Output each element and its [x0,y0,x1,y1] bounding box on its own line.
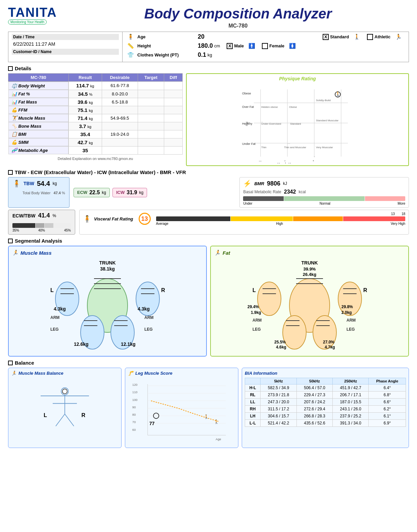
bmr-bar-more [365,196,405,201]
svg-text:○: ○ [284,159,286,162]
muscle-diagram: TRUNK 38.1kg L R [12,258,203,353]
bia-cell-50khz: 229.4 / 27.3 [296,392,332,399]
athletic-checkbox[interactable] [367,34,373,40]
athletic-option[interactable]: Athletic [367,34,390,40]
ecwtbw-label: ECW/TBW [12,213,35,218]
tbw-box-label: TBW [24,181,34,186]
row-diff [164,106,183,114]
ecwtbw-seg3 [45,223,53,228]
visceral-label: Visceral Fat Rating [94,216,133,221]
details-header: Details [8,66,409,71]
info-left: Date / Time 6/22/2021 11:27 AM Customer-… [8,32,123,62]
bia-cell-phase: 6.8° [369,392,406,399]
segmental-checkbox [8,239,13,243]
table-row: 📋 BMI 35.4 19.0-24.0 [8,130,183,138]
ecwtbw-value: 41.4 [38,212,50,219]
ecwtbw-label-45: 45% [64,229,71,232]
row-icon: 🦴 [11,123,17,129]
male-option[interactable]: X Male [227,43,244,49]
title-area: Body Composition Analyzer MC-780 [57,6,409,29]
row-label: 🏋️ Muscle Mass [8,114,68,122]
table-row: 📊 Fat Mass 39.6 kg 6.5-18.8 [8,98,183,106]
bia-col-50khz: 50kHz [296,378,332,384]
standard-checkbox[interactable]: X [323,34,329,40]
tbw-box: 🧍 TBW 54.4 kg Total Body Water 47.4 % [8,177,70,208]
height-row: 📏 Height 180.0 cm X Male 🚹 Female 🚺 [126,42,405,49]
row-result: 3.7 kg [68,122,102,130]
bia-cell-phase: 6.4° [369,384,406,392]
row-label: 📊 Fat % [8,90,68,98]
muscle-balance-title-text: Muscle Mass Balance [18,371,63,376]
table-row: 📊 Fat % 34.5 % 8.0-20.0 [8,90,183,98]
table-row: 💪 FFM 75.1 kg [8,106,183,114]
svg-text:110: 110 [132,391,137,394]
row-icon: 📊 [11,99,17,105]
ecwtbw-bar: 35% 40% 45% [12,223,71,232]
svg-text:Muscle Mass: Muscle Mass [277,162,296,163]
svg-text:12.6kg: 12.6kg [74,341,89,347]
row-diff [164,82,183,90]
svg-text:Under Exercised: Under Exercised [261,122,281,125]
svg-text:Obese: Obese [242,92,251,95]
row-desirable [102,106,138,114]
female-checkbox[interactable] [262,43,268,49]
gender-group: X Male 🚹 Female 🚺 [227,43,299,49]
bia-cell-250khz: 187.0 / 15.5 [333,399,369,406]
male-checkbox[interactable]: X [227,43,233,49]
row-label-text: Body Weight [18,83,45,88]
athletic-person-icon: 🏃 [394,34,403,40]
athletic-label: Athletic [374,34,390,39]
leg-score-chart: 120 110 100 90 80 70 60 Age [128,378,235,445]
visceral-bar-labels: Average High Very High [156,222,405,226]
fat-diagram: TRUNK 39.9% 26.4kg L R [214,258,405,353]
bia-row: L-L 521.4 / 42.2 435.6 / 52.6 391.3 / 34… [245,420,406,427]
bia-row: H-L 582.5 / 34.9 506.4 / 57.0 451.9 / 42… [245,384,406,392]
visceral-marker-18: 18 [402,212,405,216]
ecw-icw-group: ECW 22.5 kg ICW 31.9 kg [74,177,236,208]
svg-text:39.9%: 39.9% [304,267,316,272]
clothes-icon: 👕 [126,52,135,58]
svg-text:2.0kg: 2.0kg [341,310,352,315]
col-mc780: MC-780 [8,74,69,82]
muscle-balance-icon: 🏃 [11,371,16,376]
row-target [138,90,164,98]
detail-url: Detailed Explanation on www.mc780.gmon.e… [8,157,183,161]
standard-label: Standard [330,34,349,39]
age-label: Age [137,34,198,39]
svg-text:LEG: LEG [144,327,153,332]
row-result: 75.1 kg [68,106,102,114]
female-icon: 🚺 [288,43,297,49]
bia-title-text: BIA Information [245,371,277,376]
main-title: Body Composition Analyzer [67,6,409,22]
row-diff [164,138,183,146]
female-option[interactable]: Female [262,43,284,49]
svg-text:Thin and Muscular: Thin and Muscular [284,146,306,149]
clothes-value: 0.1 [198,51,206,58]
row-label: 🧬 Metabolic Age [8,146,68,154]
svg-text:—: — [259,159,262,162]
row-target [138,114,164,122]
table-row: ⚖️ Body Weight 114.7 kg 61.6-77.8 [8,82,183,90]
standard-option[interactable]: X Standard [323,34,349,40]
details-section: MC-780 Result Desirable Target Diff ⚖️ B… [8,73,409,166]
row-icon: 🧬 [11,148,17,153]
svg-text:27.0%: 27.0% [323,340,334,344]
row-target [138,82,164,90]
svg-text:Over Fat: Over Fat [242,105,254,109]
row-label: 🦴 Bone Mass [8,122,68,130]
svg-line-85 [65,414,74,426]
svg-text:1.9kg: 1.9kg [251,310,261,315]
row-label: 📊 Fat Mass [8,98,68,106]
leg-score-icon: 🦵 [128,371,133,376]
visceral-value: 13 [139,213,151,225]
details-table: MC-780 Result Desirable Target Diff ⚖️ B… [8,73,183,155]
physique-svg: Obese Over Fat Healthy Under Fat Fat — ○… [189,83,406,163]
ecwtbw-label-40: 40% [38,229,45,232]
page: TANITA Monitoring Your Health Body Compo… [0,0,417,457]
bia-row-label: LL [245,399,261,406]
leg-score-title-text: Leg Muscle Score [135,371,173,376]
tbw-box-unit: kg [53,181,57,186]
physique-chart: Physique Rating Obese Over Fat Healthy U… [186,73,409,166]
row-target [138,106,164,114]
muscle-balance-diagram: L R [11,378,119,438]
